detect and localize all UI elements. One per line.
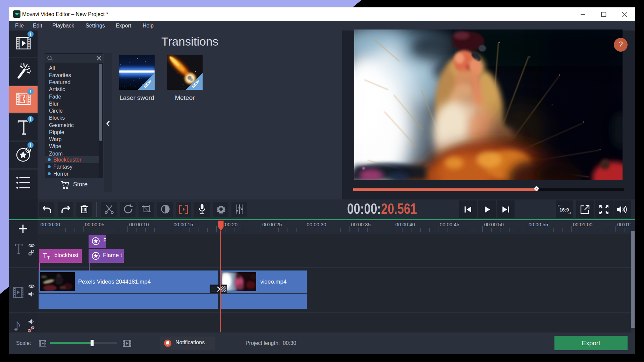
svg-text:16:9: 16:9 <box>559 207 569 213</box>
svg-text:T: T <box>47 255 50 260</box>
svg-text:T: T <box>43 252 47 260</box>
